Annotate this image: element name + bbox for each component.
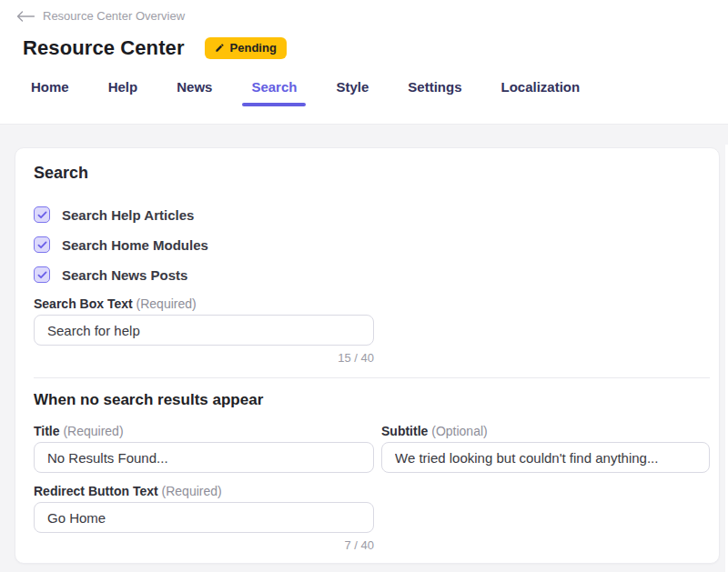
checkbox-label: Search Home Modules [62, 237, 208, 253]
content-area: Search Search Help Articles Search Home … [0, 125, 728, 572]
redirect-button-text-label: Redirect Button Text (Required) [34, 484, 710, 498]
title-label: Title (Required) [34, 424, 374, 438]
tab-localization[interactable]: Localization [491, 68, 589, 106]
back-link[interactable]: Resource Center Overview [16, 9, 185, 23]
redirect-button-text-counter: 7 / 40 [34, 538, 374, 552]
subtitle-input[interactable] [381, 442, 710, 473]
field-label-text: Redirect Button Text [34, 484, 158, 498]
field-requirement-text: (Required) [136, 296, 197, 311]
badge-label: Pending [230, 41, 277, 55]
search-section-heading: Search [34, 164, 710, 183]
title-row: Resource Center Pending [23, 36, 728, 60]
checkbox-label: Search Help Articles [62, 207, 194, 223]
checkbox-icon [34, 206, 50, 223]
pending-status-badge[interactable]: Pending [205, 37, 287, 59]
field-label-text: Search Box Text [34, 296, 133, 311]
tab-news[interactable]: News [167, 68, 221, 106]
pencil-icon [215, 43, 225, 53]
section-divider [34, 377, 710, 378]
tab-style[interactable]: Style [327, 68, 378, 106]
tab-bar: Home Help News Search Style Settings Loc… [0, 68, 728, 106]
subtitle-field-block: Subtitle (Optional) [381, 424, 710, 473]
checkbox-icon [34, 236, 50, 253]
field-requirement-text: (Required) [63, 424, 123, 438]
search-scope-checkbox-group: Search Help Articles Search Home Modules… [34, 206, 710, 283]
tab-search[interactable]: Search [242, 68, 306, 106]
redirect-button-text-field-block: Redirect Button Text (Required) 7 / 40 [34, 484, 710, 552]
field-requirement-text: (Required) [162, 484, 222, 498]
field-label-text: Title [34, 424, 60, 438]
no-results-fields-row: Title (Required) Subtitle (Optional) [34, 424, 710, 473]
redirect-button-text-input[interactable] [34, 502, 374, 533]
back-arrow-icon [16, 11, 35, 22]
checkbox-icon [34, 266, 50, 283]
title-input[interactable] [34, 442, 374, 473]
checkbox-label: Search News Posts [62, 267, 187, 283]
search-box-text-counter: 15 / 40 [34, 351, 374, 365]
search-box-text-input[interactable] [34, 315, 374, 346]
back-link-label: Resource Center Overview [43, 9, 185, 23]
page-title: Resource Center [23, 36, 185, 60]
tab-help[interactable]: Help [99, 68, 147, 106]
title-field-block: Title (Required) [34, 424, 374, 473]
tab-home[interactable]: Home [22, 68, 78, 106]
search-box-text-field-block: Search Box Text (Required) 15 / 40 [34, 296, 710, 365]
no-results-section-heading: When no search results appear [34, 391, 710, 409]
search-box-text-label: Search Box Text (Required) [34, 296, 710, 311]
checkbox-search-home-modules[interactable]: Search Home Modules [34, 236, 710, 253]
checkbox-search-news-posts[interactable]: Search News Posts [34, 266, 710, 283]
tab-settings[interactable]: Settings [399, 68, 470, 106]
search-settings-card: Search Search Help Articles Search Home … [15, 147, 720, 564]
field-requirement-text: (Optional) [431, 424, 487, 438]
subtitle-label: Subtitle (Optional) [381, 424, 710, 438]
field-label-text: Subtitle [381, 424, 428, 438]
page-header: Resource Center Overview Resource Center… [0, 0, 728, 125]
checkbox-search-help-articles[interactable]: Search Help Articles [34, 206, 710, 223]
